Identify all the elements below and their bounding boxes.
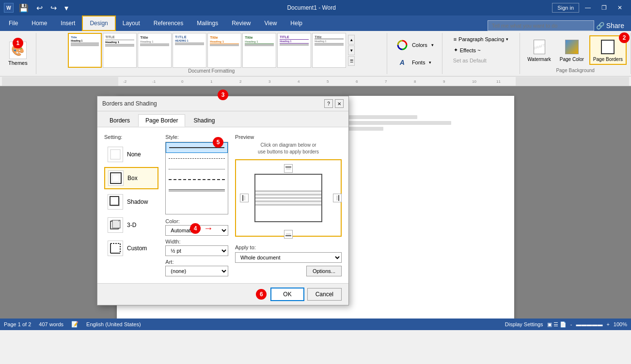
pe-items: ≡ Paragraph Spacing ▾ ✦ Effects ~ Set as… — [446, 33, 516, 66]
preview-top-border-btn[interactable] — [284, 164, 293, 173]
tab-design[interactable]: Design — [82, 15, 115, 31]
setting-shadow[interactable]: Shadow — [104, 191, 158, 212]
undo-icon[interactable]: ↩ — [34, 2, 45, 14]
ok-button[interactable]: OK — [270, 288, 304, 301]
dialog-tabs: Borders Page Border Shading — [97, 111, 348, 127]
preview-left-border-btn[interactable] — [240, 194, 249, 202]
view-icons: ▣ ☰ 📄 — [547, 321, 567, 328]
tab-insert[interactable]: Insert — [54, 15, 82, 31]
tab-help[interactable]: Help — [284, 15, 309, 31]
svg-rect-3 — [516, 77, 629, 86]
restore-button[interactable]: ❐ — [597, 2, 612, 13]
width-select[interactable]: ½ pt — [165, 245, 228, 256]
set-default-button: Set as Default — [450, 57, 512, 64]
gallery-scroll-up[interactable]: ▲ — [348, 35, 355, 45]
gallery-scroll-down[interactable]: ▼ — [348, 46, 355, 55]
width-label: Width: — [165, 239, 228, 244]
annotation-3: 3 — [218, 90, 228, 100]
svg-text:10: 10 — [472, 79, 476, 84]
style-line-2[interactable] — [166, 153, 228, 164]
minimize-button[interactable]: — — [580, 2, 596, 13]
setting-box[interactable]: Box — [104, 167, 158, 189]
page-borders-button[interactable]: 2 Page Borders — [589, 35, 627, 65]
options-button[interactable]: Options... — [306, 266, 342, 276]
word-icon: W — [4, 3, 14, 13]
svg-text:3: 3 — [268, 79, 271, 84]
page-color-button[interactable]: Page Color — [556, 36, 587, 64]
preview-line-5 — [255, 204, 321, 206]
svg-rect-35 — [286, 169, 291, 169]
svg-text:7: 7 — [385, 79, 387, 84]
apply-to-select[interactable]: Whole document — [235, 252, 342, 263]
setting-custom[interactable]: Custom — [104, 238, 158, 259]
display-settings[interactable]: Display Settings — [505, 321, 543, 327]
tab-home[interactable]: Home — [25, 15, 54, 31]
save-icon[interactable]: 💾 — [16, 2, 31, 14]
effects-label: Effects ~ — [460, 47, 481, 53]
preview-bottom-border-btn[interactable] — [284, 230, 293, 239]
customize-icon[interactable]: ▾ — [62, 2, 71, 14]
format-item-5[interactable]: Title Heading 1 — [207, 33, 241, 68]
style-list[interactable] — [165, 142, 228, 214]
fonts-button[interactable]: A Fonts ▾ — [391, 54, 436, 71]
dialog-footer: 6 OK Cancel — [97, 283, 348, 305]
share-button[interactable]: 🔗 Share — [596, 22, 624, 30]
setting-3d[interactable]: 3-D — [104, 214, 158, 236]
paragraph-spacing-button[interactable]: ≡ Paragraph Spacing ▾ — [450, 35, 512, 44]
zoom-minus[interactable]: - — [570, 321, 572, 327]
tab-references[interactable]: References — [147, 15, 190, 31]
style-column: Style: 5 — [165, 134, 228, 276]
tab-mailings[interactable]: Mailings — [190, 15, 225, 31]
svg-rect-39 — [338, 195, 339, 201]
format-item-6[interactable]: Title Heading 1 — [242, 33, 276, 68]
setting-custom-label: Custom — [127, 245, 147, 252]
tab-page-border[interactable]: Page Border — [138, 114, 185, 127]
effects-button[interactable]: ✦ Effects ~ — [450, 46, 512, 55]
tab-borders[interactable]: Borders — [102, 114, 137, 127]
cancel-button[interactable]: Cancel — [307, 288, 342, 301]
dialog-close-button[interactable]: ✕ — [335, 99, 344, 108]
zoom-plus[interactable]: + — [606, 321, 609, 327]
gallery-expand[interactable]: ☰ — [348, 56, 355, 66]
close-button[interactable]: ✕ — [613, 2, 627, 13]
format-item-8[interactable]: Title Heading 1 — [312, 33, 346, 68]
format-item-3[interactable]: Title Heading 1 — [138, 33, 172, 68]
format-item-7[interactable]: TITLE Heading 1 — [277, 33, 311, 68]
redo-icon[interactable]: ↪ — [48, 2, 59, 14]
width-row: Width: ½ pt — [165, 239, 228, 256]
tab-file[interactable]: File — [2, 15, 25, 31]
style-line-3[interactable] — [166, 164, 228, 174]
statusbar-right: Display Settings ▣ ☰ 📄 - ▬▬▬▬▬ + 100% — [505, 321, 627, 328]
dialog-help-button[interactable]: ? — [324, 99, 333, 108]
preview-inner-border — [254, 174, 322, 222]
themes-button[interactable]: 1 🎨 Themes — [4, 39, 32, 68]
colors-button[interactable]: Colors ▾ — [391, 36, 438, 54]
style-line-4[interactable] — [166, 174, 228, 185]
page-info: Page 1 of 2 — [4, 321, 31, 327]
format-item-1[interactable]: Title Heading 1 — [68, 33, 102, 68]
app-title: Document1 - Word — [287, 4, 335, 11]
tab-layout[interactable]: Layout — [116, 15, 147, 31]
ribbon-group-doc-format: Title Heading 1 TITLE Heading 1 — [36, 33, 387, 74]
style-area: 5 — [165, 142, 228, 214]
page-color-label: Page Color — [560, 57, 584, 62]
paragraph-spacing-label: Paragraph Spacing — [458, 36, 504, 42]
tab-review[interactable]: Review — [225, 15, 257, 31]
preview-right-border-btn[interactable] — [333, 194, 342, 202]
svg-text:8: 8 — [414, 79, 416, 84]
annotation-4-arrow: → — [204, 223, 213, 234]
setting-none-icon — [108, 147, 123, 162]
signin-button[interactable]: Sign in — [552, 3, 579, 13]
pb-items: DRAFT Watermark Page Color 2 Pag — [524, 33, 627, 67]
format-item-2[interactable]: TITLE Heading 1 — [103, 33, 137, 68]
tab-shading[interactable]: Shading — [186, 114, 222, 127]
style-line-5[interactable] — [166, 185, 228, 196]
watermark-button[interactable]: DRAFT Watermark — [524, 36, 554, 64]
zoom-slider[interactable]: ▬▬▬▬▬ — [576, 321, 602, 327]
search-input[interactable] — [488, 20, 594, 31]
setting-none[interactable]: None — [104, 144, 158, 165]
format-item-4[interactable]: TITLE HEADING 1 — [173, 33, 206, 68]
preview-line-1 — [255, 190, 321, 192]
art-select[interactable]: (none) — [165, 266, 228, 276]
tab-view[interactable]: View — [258, 15, 284, 31]
